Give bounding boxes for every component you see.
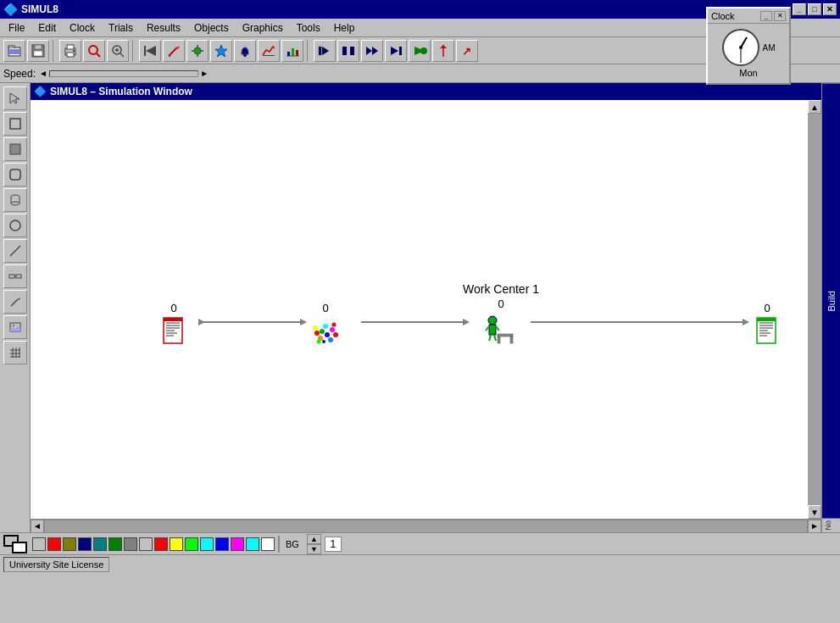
svg-rect-33: [263, 55, 275, 56]
pencil-tool[interactable]: [3, 290, 27, 314]
color-lime[interactable]: [185, 537, 198, 551]
scroll-track-v[interactable]: [808, 114, 821, 505]
speed-right-arrow[interactable]: ►: [200, 69, 209, 78]
clock-close-btn[interactable]: ✕: [774, 11, 786, 21]
step-button[interactable]: [385, 40, 407, 62]
svg-rect-12: [73, 50, 75, 52]
print-button[interactable]: [59, 40, 81, 62]
sim-title: SIMUL8 – Simulation Window: [50, 86, 192, 97]
workcenter-node[interactable]: Work Center 1 0: [463, 282, 539, 346]
chart-button[interactable]: [258, 40, 280, 62]
cylinder-tool[interactable]: [3, 188, 27, 212]
zoom-button[interactable]: [107, 40, 129, 62]
menu-results[interactable]: Results: [140, 20, 187, 36]
rect-tool[interactable]: [3, 112, 27, 136]
menu-edit[interactable]: Edit: [31, 20, 63, 36]
save-button[interactable]: [27, 40, 49, 62]
color-red1[interactable]: [47, 537, 61, 551]
find-button[interactable]: [83, 40, 105, 62]
sim-icon: 🔷: [34, 86, 47, 97]
line-tool[interactable]: [3, 239, 27, 263]
run-button[interactable]: [409, 40, 431, 62]
svg-rect-63: [16, 275, 21, 278]
svg-rect-40: [342, 47, 347, 55]
start-button[interactable]: [314, 40, 336, 62]
circle-tool[interactable]: [3, 214, 27, 237]
filled-rect-tool[interactable]: [3, 137, 27, 161]
select-tool[interactable]: [3, 86, 27, 110]
color-white[interactable]: [261, 537, 275, 551]
maximize-button[interactable]: □: [808, 3, 821, 15]
svg-line-107: [486, 326, 489, 331]
color-gray[interactable]: [124, 537, 137, 551]
bell-button[interactable]: [234, 40, 256, 62]
menu-graphics[interactable]: Graphics: [236, 20, 290, 36]
up-arrow-btn[interactable]: ▲: [307, 534, 321, 544]
menu-trials[interactable]: Trials: [102, 20, 140, 36]
rounded-rect-tool[interactable]: [3, 163, 27, 186]
fast-fwd-button[interactable]: [361, 40, 383, 62]
build-tab[interactable]: Build: [822, 83, 840, 519]
tool-button[interactable]: [210, 40, 232, 62]
color-dgray[interactable]: [32, 537, 46, 551]
queue-node[interactable]: 0: [310, 302, 341, 347]
sim-title-bar: 🔷 SIMUL8 – Simulation Window: [31, 83, 821, 100]
color-aqua[interactable]: [246, 537, 259, 551]
color-silver[interactable]: [139, 537, 153, 551]
speed-left-arrow[interactable]: ◄: [39, 69, 47, 78]
down-arrow-btn[interactable]: ▼: [307, 544, 321, 554]
svg-rect-45: [399, 47, 402, 55]
sim-canvas[interactable]: 0: [31, 100, 808, 519]
speed-track[interactable]: [49, 70, 198, 77]
image-tool[interactable]: [3, 315, 27, 339]
svg-rect-11: [67, 53, 74, 57]
color-navy[interactable]: [78, 537, 92, 551]
draw-button[interactable]: [163, 40, 185, 62]
color-red2[interactable]: [154, 537, 168, 551]
color-cyan[interactable]: [200, 537, 214, 551]
scroll-right-arrow[interactable]: ►: [808, 520, 821, 533]
scroll-down-arrow[interactable]: ▼: [808, 505, 821, 519]
bottom-scroll: ◄ ►: [31, 519, 821, 532]
svg-line-22: [169, 47, 177, 56]
bar-chart-button[interactable]: [281, 40, 303, 62]
color-magenta[interactable]: [231, 537, 244, 551]
connector-tool[interactable]: [3, 264, 27, 288]
svg-marker-39: [322, 47, 329, 55]
color-yellow[interactable]: [170, 537, 183, 551]
speed-slider[interactable]: ◄ ►: [39, 69, 209, 78]
misc-button[interactable]: ↗: [456, 40, 478, 62]
menu-help[interactable]: Help: [327, 20, 362, 36]
svg-line-14: [97, 53, 100, 57]
exit-node[interactable]: 0: [755, 302, 779, 347]
menu-clock[interactable]: Clock: [63, 20, 102, 36]
rewind-button[interactable]: [139, 40, 161, 62]
menu-tools[interactable]: Tools: [290, 20, 327, 36]
svg-point-90: [314, 331, 320, 336]
open-button[interactable]: [3, 40, 25, 62]
clock-face: [722, 29, 759, 66]
grid-tool[interactable]: [3, 341, 27, 364]
color-green[interactable]: [108, 537, 122, 551]
scroll-left-arrow[interactable]: ◄: [31, 520, 44, 533]
svg-point-60: [10, 220, 20, 231]
color-olive[interactable]: [63, 537, 76, 551]
fg-bg-indicator[interactable]: [3, 535, 27, 553]
color-teal[interactable]: [93, 537, 107, 551]
stop-button[interactable]: [337, 40, 359, 62]
menu-objects[interactable]: Objects: [187, 20, 236, 36]
expand-button[interactable]: [432, 40, 454, 62]
separator-2: [132, 40, 136, 62]
close-button[interactable]: ✕: [823, 3, 837, 15]
exit-icon: [755, 316, 779, 347]
scroll-up-arrow[interactable]: ▲: [808, 100, 821, 114]
clock-day: Mon: [739, 68, 757, 78]
color-blue[interactable]: [215, 537, 229, 551]
scroll-track-h[interactable]: [44, 520, 808, 533]
exit-count: 0: [764, 302, 770, 314]
clock-min-btn[interactable]: _: [760, 11, 772, 21]
pin-button[interactable]: [186, 40, 209, 62]
menu-file[interactable]: File: [2, 20, 31, 36]
minimize-button[interactable]: _: [793, 3, 806, 15]
entry-node[interactable]: 0: [162, 302, 186, 347]
